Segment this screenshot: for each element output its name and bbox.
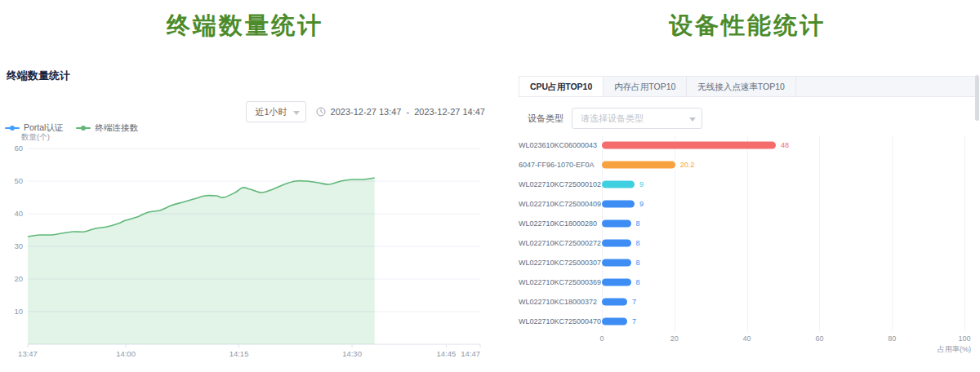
svg-text:30: 30: [14, 241, 23, 250]
svg-text:60: 60: [14, 144, 23, 153]
device-type-select[interactable]: 请选择设备类型: [572, 108, 702, 129]
bar[interactable]: [602, 259, 631, 267]
legend-item-1[interactable]: 终端连接数: [76, 122, 138, 134]
time-range-select[interactable]: 近1小时: [246, 101, 305, 122]
bar-category-label: WL022710KC725000307: [519, 259, 602, 267]
chevron-down-icon: [293, 111, 300, 115]
bar-track: 8: [602, 253, 964, 272]
bar[interactable]: [602, 299, 627, 306]
scrollbar[interactable]: [975, 75, 979, 121]
legend-label: 终端连接数: [95, 122, 138, 134]
bar[interactable]: [602, 201, 635, 208]
bar-category-label: WL022710KC725000272: [519, 239, 602, 247]
svg-text:10: 10: [14, 307, 23, 316]
bar-row: WL022710KC7250003078: [519, 253, 976, 272]
bar-category-label: WL022710KC725000409: [519, 200, 602, 208]
bar[interactable]: [602, 318, 627, 326]
bar-value-label: 8: [636, 239, 640, 247]
x-tick-label: 0: [599, 334, 604, 343]
date-end: 2023-12-27 14:47: [414, 107, 485, 117]
tab-wireless-rate-top10[interactable]: 无线接入点速率TOP10: [687, 77, 796, 96]
bar-track: 8: [602, 233, 964, 253]
bar-value-label: 7: [632, 317, 636, 326]
bar[interactable]: [602, 162, 675, 169]
device-type-label: 设备类型: [528, 113, 564, 125]
bar-track: 7: [602, 312, 964, 331]
bar-category-label: WL022710KC725000470: [519, 317, 602, 326]
bar[interactable]: [602, 279, 631, 286]
x-tick-label: 80: [888, 334, 896, 343]
bar-value-label: 8: [636, 259, 640, 267]
clock-icon: [316, 107, 326, 117]
series-area: [28, 178, 375, 344]
bar-x-axis: 020406080100占用率(%): [602, 334, 964, 356]
svg-text:40: 40: [14, 209, 23, 218]
date-start: 2023-12-27 13:47: [331, 107, 402, 117]
bar-value-label: 8: [636, 219, 640, 228]
tab-cpu-top10[interactable]: CPU占用TOP10: [519, 77, 604, 96]
cpu-top10-bar-chart: WL023610KC06000043486047-FF96-1070-EF0A2…: [519, 135, 976, 357]
bar-value-label: 9: [639, 200, 644, 208]
bar-category-label: WL023610KC06000043: [519, 141, 602, 149]
bar-row: WL023610KC0600004348: [519, 135, 976, 155]
bar-value-label: 9: [639, 180, 644, 188]
bar-track: 8: [602, 272, 964, 292]
terminal-statistics-section: 终端数量统计 终端数量统计 近1小时 2023-12-27 13:47 - 20…: [0, 0, 490, 372]
svg-text:14:15: 14:15: [229, 349, 249, 358]
svg-text:14:47: 14:47: [461, 349, 480, 358]
device-type-placeholder: 请选择设备类型: [581, 113, 644, 123]
performance-tabs: CPU占用TOP10内存占用TOP10无线接入点速率TOP10: [519, 76, 976, 97]
right-section-title: 设备性能统计: [514, 10, 980, 42]
bar-track: 48: [602, 135, 964, 155]
bar-track: 7: [602, 292, 964, 312]
bar-row: WL022710KC180003727: [519, 292, 976, 312]
svg-text:14:45: 14:45: [437, 349, 457, 358]
bar[interactable]: [602, 220, 631, 228]
bar-category-label: WL022710KC725000369: [519, 278, 602, 286]
bar-row: WL022710KC7250002728: [519, 233, 976, 253]
terminal-count-area-chart: 10203040506013:4714:0014:1514:3014:4514:…: [0, 140, 490, 369]
bar-row: 6047-FF96-1070-EF0A20.2: [519, 155, 976, 175]
legend-marker-icon: [76, 127, 91, 129]
bar-value-label: 48: [781, 141, 789, 149]
date-separator: -: [406, 107, 409, 117]
x-axis-name: 占用率(%): [938, 344, 971, 355]
bar-category-label: WL022710KC725000102: [519, 180, 602, 188]
panel-title: 终端数量统计: [7, 69, 70, 83]
bar-category-label: WL022710KC18000280: [519, 219, 602, 228]
time-range-value: 近1小时: [255, 107, 287, 117]
bar-row: WL022710KC180002808: [519, 214, 976, 233]
chevron-down-icon: [689, 117, 696, 122]
bar-track: 8: [602, 214, 964, 233]
bar[interactable]: [602, 240, 631, 247]
left-section-title: 终端数量统计: [0, 10, 490, 42]
x-tick-label: 60: [815, 334, 823, 343]
bar-category-label: WL022710KC18000372: [519, 298, 602, 306]
bar-row: WL022710KC7250003698: [519, 272, 976, 292]
bar-track: 20.2: [602, 155, 964, 175]
bar-value-label: 20.2: [680, 161, 695, 169]
tab-memory-top10[interactable]: 内存占用TOP10: [604, 77, 687, 96]
bar-track: 9: [602, 175, 964, 194]
device-type-filter: 设备类型 请选择设备类型: [528, 108, 702, 129]
x-tick-label: 40: [743, 334, 751, 343]
bar-row: WL022710KC7250004707: [519, 312, 976, 331]
x-tick-label: 100: [958, 334, 970, 343]
bar-value-label: 8: [636, 278, 640, 286]
svg-text:14:30: 14:30: [342, 349, 362, 358]
svg-text:20: 20: [14, 274, 23, 283]
bar[interactable]: [602, 142, 776, 149]
bar[interactable]: [602, 181, 635, 188]
date-range-picker[interactable]: 2023-12-27 13:47 - 2023-12-27 14:47: [316, 107, 485, 117]
x-tick-label: 20: [670, 334, 679, 343]
svg-text:13:47: 13:47: [18, 349, 38, 358]
bar-category-label: 6047-FF96-1070-EF0A: [519, 161, 602, 169]
legend-marker-icon: [5, 127, 20, 129]
bar-value-label: 7: [632, 298, 636, 306]
bar-row: WL022710KC7250001029: [519, 175, 976, 194]
bar-track: 9: [602, 194, 964, 214]
svg-text:14:00: 14:00: [116, 349, 136, 358]
chart-controls: 近1小时 2023-12-27 13:47 - 2023-12-27 14:47: [246, 101, 485, 122]
device-performance-section: 设备性能统计 CPU占用TOP10内存占用TOP10无线接入点速率TOP10 设…: [514, 0, 980, 372]
bar-row: WL022710KC7250004099: [519, 194, 976, 214]
